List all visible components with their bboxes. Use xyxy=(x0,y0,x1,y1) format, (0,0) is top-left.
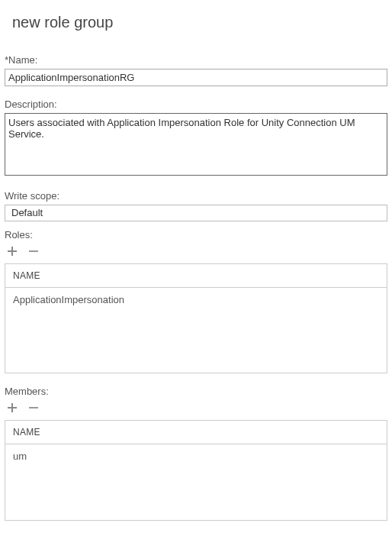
svg-rect-1 xyxy=(29,407,38,408)
table-row[interactable]: um xyxy=(5,444,387,521)
writescope-label: Write scope: xyxy=(5,190,387,202)
roles-label: Roles: xyxy=(5,229,387,241)
description-label: Description: xyxy=(5,98,387,110)
svg-rect-0 xyxy=(29,250,38,252)
table-row[interactable]: ApplicationImpersonation xyxy=(5,288,387,373)
members-label: Members: xyxy=(5,386,387,397)
name-input[interactable] xyxy=(5,69,387,86)
members-column-header: NAME xyxy=(5,421,387,444)
description-textarea[interactable]: Users associated with Application Impers… xyxy=(5,113,387,176)
members-remove-icon[interactable] xyxy=(27,402,40,414)
name-label: *Name: xyxy=(5,54,387,66)
members-cell: um xyxy=(5,444,387,521)
members-table: NAME um xyxy=(5,420,387,521)
roles-remove-icon[interactable] xyxy=(27,245,40,257)
roles-add-icon[interactable] xyxy=(6,245,18,257)
roles-table: NAME ApplicationImpersonation xyxy=(5,263,387,373)
roles-cell: ApplicationImpersonation xyxy=(5,288,387,373)
page-title: new role group xyxy=(0,0,392,31)
roles-column-header: NAME xyxy=(5,264,387,288)
members-add-icon[interactable] xyxy=(6,402,18,414)
writescope-select[interactable]: Default xyxy=(5,205,387,221)
